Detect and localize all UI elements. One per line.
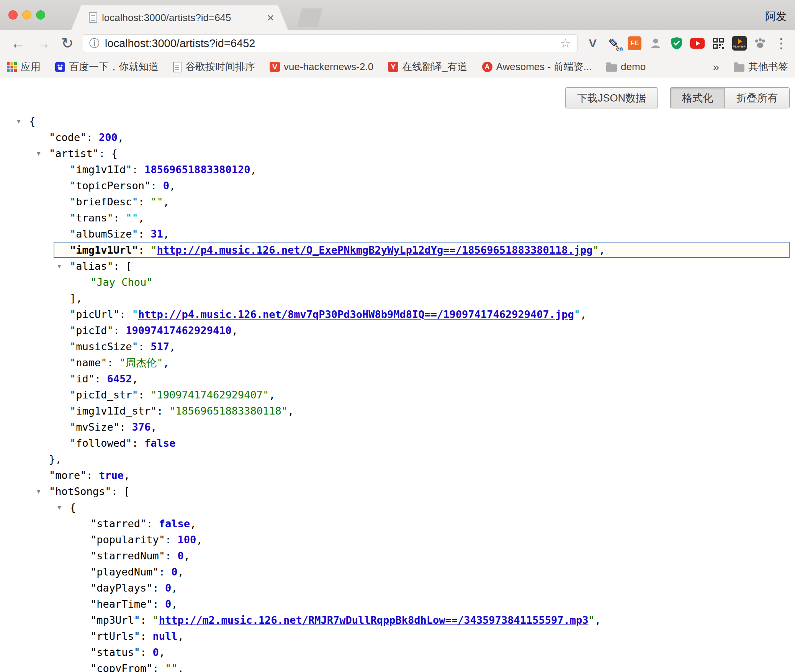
- close-tab-icon[interactable]: ×: [267, 11, 274, 24]
- folder-icon: [734, 64, 744, 72]
- page-icon: [173, 62, 182, 72]
- json-value: 0: [165, 582, 171, 594]
- collapse-triangle-icon[interactable]: ▼: [57, 258, 61, 274]
- json-string: "": [165, 662, 178, 672]
- json-line: ▼"hotSongs": [: [0, 484, 795, 500]
- new-tab-button[interactable]: [297, 8, 322, 27]
- json-punct: ,: [171, 598, 177, 610]
- json-punct: ,: [250, 164, 256, 175]
- json-punct: ,: [171, 582, 177, 594]
- json-value: 100: [178, 534, 196, 546]
- user-profile-extension-icon[interactable]: [647, 35, 664, 52]
- json-url-link[interactable]: http://m2.music.126.net/RMJR7wDullRqppBk…: [159, 614, 589, 626]
- json-punct: ,: [159, 646, 165, 658]
- json-line: "Jay Chou": [0, 274, 795, 290]
- back-button[interactable]: ←: [11, 36, 25, 51]
- bookmarks-bar: 应用 百度一下，你就知道 谷歌按时间排序 V vue-hackernews-2.…: [0, 57, 795, 77]
- json-key: "briefDesc": [70, 196, 138, 208]
- play-triangle-icon: [738, 39, 742, 44]
- json-url-link[interactable]: http://p4.music.126.net/Q_ExePNkmgB2yWyL…: [157, 244, 593, 256]
- json-key: "mvSize": [70, 421, 119, 433]
- awesomes-badge-icon: A: [482, 62, 492, 72]
- page-info-icon[interactable]: ⓘ: [89, 36, 100, 50]
- minimize-window-button[interactable]: [22, 10, 31, 20]
- json-punct: :: [132, 437, 145, 449]
- json-punct: :: [140, 646, 153, 658]
- json-punct: :: [113, 212, 126, 224]
- json-punct: ,: [169, 180, 175, 192]
- bookmark-awesomes[interactable]: A Awesomes - 前端资...: [482, 60, 592, 74]
- collapse-triangle-icon[interactable]: ▼: [37, 146, 41, 162]
- translate-extension-icon[interactable]: ✎en: [605, 35, 622, 52]
- bookmark-label: 百度一下，你就知道: [69, 60, 159, 74]
- person-icon: [649, 37, 662, 50]
- vimium-extension-icon[interactable]: V: [584, 35, 601, 52]
- bookmark-google-sort[interactable]: 谷歌按时间排序: [173, 60, 255, 74]
- json-key: "picId": [70, 325, 113, 336]
- other-bookmarks-folder[interactable]: 其他书签: [734, 60, 788, 74]
- qr-code-icon: [712, 37, 725, 49]
- json-line: "more": true,: [0, 467, 795, 484]
- json-line: "status": 0,: [0, 644, 795, 661]
- json-punct: :: [138, 389, 151, 401]
- profile-name[interactable]: 阿发: [765, 9, 787, 24]
- json-key: "id": [70, 373, 95, 385]
- json-line: "img1v1Id": 18569651883380120,: [0, 162, 795, 178]
- player-label: PLAYER: [733, 45, 746, 48]
- player-extension-icon[interactable]: PLAYER: [731, 35, 748, 52]
- browser-menu-button[interactable]: ⋮: [773, 35, 790, 52]
- json-line: "trans": "",: [0, 210, 795, 226]
- json-punct: : [: [113, 260, 132, 272]
- bookmarks-overflow-chevron[interactable]: »: [713, 61, 719, 74]
- bookmark-vue-hackernews[interactable]: V vue-hackernews-2.0: [270, 61, 373, 73]
- json-key: "img1v1Id": [70, 164, 132, 175]
- browser-tab[interactable]: localhost:3000/artists?id=645 ×: [71, 5, 288, 30]
- json-key: "code": [49, 131, 87, 143]
- json-line: ▼{: [0, 500, 795, 516]
- collapse-triangle-icon[interactable]: ▼: [57, 500, 61, 516]
- address-bar[interactable]: ⓘ localhost:3000/artists?id=6452 ☆: [83, 34, 577, 52]
- json-value: 517: [150, 341, 169, 352]
- bookmark-baidu[interactable]: 百度一下，你就知道: [55, 60, 159, 74]
- paw-extension-icon[interactable]: [752, 35, 769, 52]
- json-key: "artist": [49, 148, 99, 159]
- adblock-shield-extension-icon[interactable]: [668, 35, 685, 52]
- json-value: 0: [171, 566, 177, 578]
- json-punct: :: [165, 534, 178, 546]
- json-line: "mp3Url": "http://m2.music.126.net/RMJR7…: [0, 612, 795, 628]
- json-url-link[interactable]: http://p4.music.126.net/8mv7qP30Pd3oHW8b…: [138, 308, 574, 320]
- address-toolbar: ← → ↻ ⓘ localhost:3000/artists?id=6452 ☆…: [0, 30, 795, 57]
- json-punct: ,: [288, 405, 294, 417]
- json-key: "hearTime": [90, 598, 153, 610]
- bookmark-star-icon[interactable]: ☆: [560, 36, 571, 51]
- json-value: false: [144, 437, 175, 449]
- fullscreen-window-button[interactable]: [36, 10, 45, 20]
- json-line: "albumSize": 31,: [0, 226, 795, 242]
- fe-extension-icon[interactable]: FE: [626, 35, 643, 52]
- bookmark-demo-folder[interactable]: demo: [606, 61, 646, 73]
- youtube-extension-icon[interactable]: [689, 35, 706, 52]
- json-key: "popularity": [90, 534, 165, 546]
- json-string: ": [132, 308, 138, 320]
- json-line: },: [0, 451, 795, 467]
- tab-strip: localhost:3000/artists?id=645 × 阿发: [0, 0, 795, 30]
- collapse-triangle-icon[interactable]: ▼: [17, 113, 21, 129]
- qr-code-extension-icon[interactable]: [710, 35, 727, 52]
- url-text[interactable]: localhost:3000/artists?id=6452: [105, 37, 255, 50]
- json-key: "picId_str": [70, 389, 138, 401]
- json-punct: ,: [169, 341, 175, 352]
- forward-button: →: [36, 36, 51, 51]
- json-line: "id": 6452,: [0, 371, 795, 387]
- json-line: "followed": false: [0, 435, 795, 451]
- json-punct: ,: [190, 518, 196, 529]
- bookmark-apps[interactable]: 应用: [7, 60, 41, 74]
- reload-button[interactable]: ↻: [61, 36, 74, 51]
- bookmark-youdao-translate[interactable]: Y 在线翻译_有道: [388, 60, 467, 74]
- json-punct: ,: [138, 212, 144, 224]
- close-window-button[interactable]: [8, 10, 18, 20]
- collapse-triangle-icon[interactable]: ▼: [37, 484, 41, 500]
- json-punct: ,: [163, 228, 169, 240]
- json-line: "name": "周杰伦",: [0, 355, 795, 371]
- json-punct: {: [29, 115, 35, 127]
- json-line: "copyFrom": "",: [0, 661, 795, 672]
